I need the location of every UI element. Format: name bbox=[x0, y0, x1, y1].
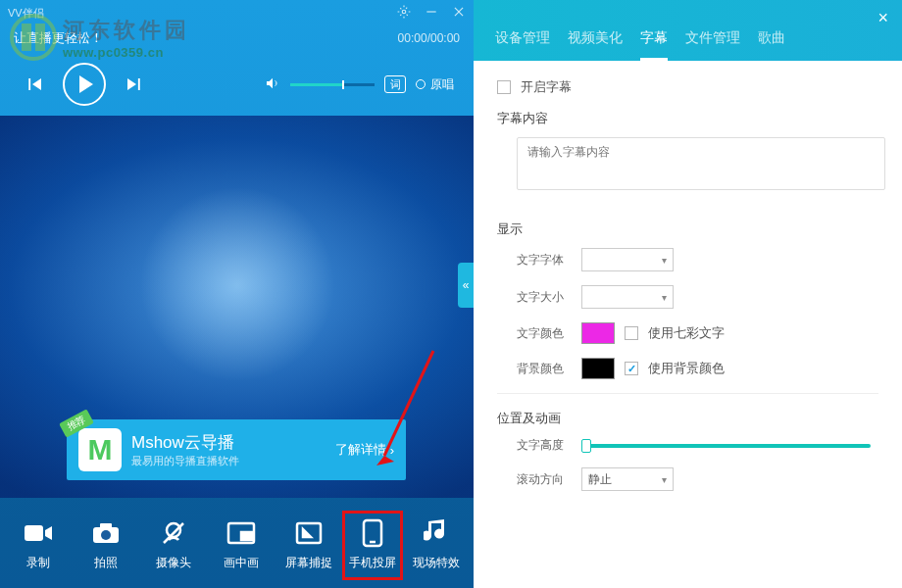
bg-color-label: 背景颜色 bbox=[517, 361, 572, 377]
record-icon bbox=[23, 519, 54, 547]
svg-rect-20 bbox=[297, 523, 321, 543]
close-icon[interactable] bbox=[452, 5, 466, 21]
svg-rect-19 bbox=[241, 532, 252, 540]
time-display: 00:00/00:00 bbox=[398, 31, 460, 45]
scroll-label: 滚动方向 bbox=[517, 471, 572, 488]
next-track-button[interactable] bbox=[124, 75, 143, 93]
bottom-toolbar: 录制 拍照 摄像头 画中画 屏幕捕捉 手机投屏 现场特效 bbox=[0, 498, 474, 588]
tool-effects[interactable]: 现场特效 bbox=[406, 519, 467, 571]
svg-rect-7 bbox=[138, 78, 140, 90]
watermark-logo-icon bbox=[10, 14, 57, 61]
size-label: 文字大小 bbox=[517, 289, 572, 306]
side-expand-tab[interactable]: « bbox=[458, 263, 474, 308]
text-height-slider[interactable] bbox=[581, 444, 871, 448]
tab-files[interactable]: 文件管理 bbox=[685, 29, 740, 61]
tab-device[interactable]: 设备管理 bbox=[495, 29, 550, 61]
enable-subtitle-label: 开启字幕 bbox=[521, 78, 572, 96]
svg-marker-12 bbox=[45, 526, 52, 540]
rainbow-checkbox[interactable] bbox=[625, 326, 638, 340]
enable-subtitle-checkbox[interactable] bbox=[497, 80, 511, 94]
tool-record[interactable]: 录制 bbox=[8, 519, 69, 571]
tool-screen-capture[interactable]: 屏幕捕捉 bbox=[278, 519, 339, 571]
svg-marker-5 bbox=[32, 78, 41, 90]
effects-icon bbox=[421, 519, 452, 547]
separator bbox=[497, 393, 878, 394]
tool-pip[interactable]: 画中画 bbox=[211, 519, 272, 571]
promo-subtitle: 最易用的导播直播软件 bbox=[131, 454, 326, 468]
settings-icon[interactable] bbox=[397, 5, 411, 21]
svg-rect-14 bbox=[100, 523, 112, 528]
text-color-swatch[interactable] bbox=[581, 322, 615, 344]
font-select[interactable]: ▾ bbox=[581, 248, 674, 271]
tab-beauty[interactable]: 视频美化 bbox=[568, 29, 623, 61]
promo-title: Mshow云导播 bbox=[131, 431, 326, 454]
volume-slider[interactable] bbox=[290, 83, 375, 86]
radio-icon bbox=[416, 79, 426, 89]
pip-icon bbox=[226, 519, 257, 547]
height-label: 文字高度 bbox=[517, 437, 572, 454]
promo-card[interactable]: 推荐 M Mshow云导播 最易用的导播直播软件 了解详情› bbox=[67, 419, 406, 480]
play-button[interactable] bbox=[63, 63, 106, 106]
camera-off-icon bbox=[158, 519, 189, 547]
video-preview: « 推荐 M Mshow云导播 最易用的导播直播软件 了解详情› bbox=[0, 116, 474, 498]
svg-point-0 bbox=[402, 10, 406, 14]
text-color-label: 文字颜色 bbox=[517, 325, 572, 342]
promo-link[interactable]: 了解详情› bbox=[335, 441, 394, 459]
watermark-cn: 河东软件园 bbox=[63, 16, 190, 45]
rainbow-label: 使用七彩文字 bbox=[648, 324, 725, 342]
font-label: 文字字体 bbox=[517, 252, 572, 269]
subtitle-content-input[interactable] bbox=[517, 137, 885, 190]
photo-icon bbox=[90, 519, 122, 547]
play-icon bbox=[79, 75, 93, 93]
svg-rect-11 bbox=[25, 525, 43, 541]
tool-phone-cast[interactable]: 手机投屏 bbox=[342, 511, 403, 580]
minimize-icon[interactable] bbox=[425, 5, 438, 21]
svg-marker-6 bbox=[127, 78, 136, 90]
use-bg-checkbox[interactable] bbox=[625, 362, 638, 375]
tab-songs[interactable]: 歌曲 bbox=[758, 29, 785, 61]
display-section-label: 显示 bbox=[497, 220, 878, 238]
settings-tabs: × 设备管理 视频美化 字幕 文件管理 歌曲 bbox=[474, 0, 902, 61]
svg-rect-4 bbox=[28, 78, 30, 90]
content-section-label: 字幕内容 bbox=[497, 110, 878, 127]
prev-track-button[interactable] bbox=[25, 75, 45, 93]
tool-photo[interactable]: 拍照 bbox=[75, 519, 136, 571]
bg-color-swatch[interactable] bbox=[581, 358, 615, 379]
size-select[interactable]: ▾ bbox=[581, 285, 674, 309]
svg-marker-8 bbox=[267, 77, 273, 88]
svg-point-16 bbox=[167, 523, 180, 537]
phone-cast-icon bbox=[357, 519, 388, 547]
svg-point-15 bbox=[101, 530, 111, 540]
promo-logo-icon: M bbox=[78, 428, 122, 471]
original-vocal-toggle[interactable]: 原唱 bbox=[416, 76, 454, 93]
tool-camera[interactable]: 摄像头 bbox=[143, 519, 204, 571]
watermark: 河东软件园 www.pc0359.cn bbox=[10, 14, 190, 61]
position-section-label: 位置及动画 bbox=[497, 410, 878, 427]
volume-icon[interactable] bbox=[265, 75, 280, 94]
watermark-url: www.pc0359.cn bbox=[63, 45, 190, 60]
lyrics-button[interactable]: 词 bbox=[384, 75, 406, 93]
capture-icon bbox=[293, 519, 325, 547]
close-panel-icon[interactable]: × bbox=[877, 8, 888, 28]
svg-marker-21 bbox=[303, 529, 311, 537]
scroll-select[interactable]: 静止▾ bbox=[581, 467, 674, 491]
tab-subtitle[interactable]: 字幕 bbox=[640, 29, 668, 61]
use-bg-label: 使用背景颜色 bbox=[648, 360, 725, 377]
